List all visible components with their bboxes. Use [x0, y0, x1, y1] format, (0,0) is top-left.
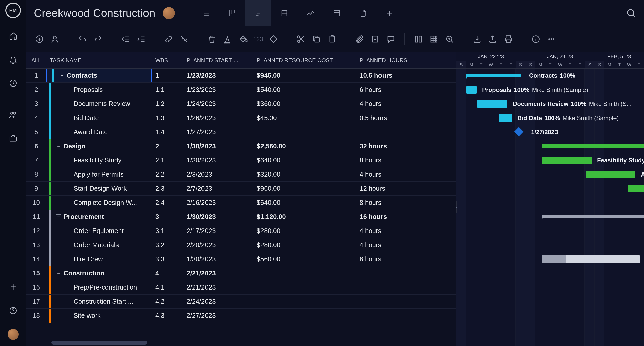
row-number[interactable]: 10 — [26, 196, 46, 210]
task-name-cell[interactable]: Feasibility Study — [46, 153, 152, 167]
home-icon[interactable] — [8, 30, 19, 41]
table-row[interactable]: 2Proposals1.11/23/2023$540.006 hours — [26, 83, 456, 97]
planned-cost-cell[interactable]: $640.00 — [253, 153, 356, 167]
row-number[interactable]: 18 — [26, 309, 46, 323]
gantt-row[interactable]: Apply f — [456, 167, 644, 182]
row-number[interactable]: 6 — [26, 139, 46, 153]
cut-icon[interactable] — [295, 34, 306, 45]
gantt-row[interactable]: Proposals100%Mike Smith (Sample) — [456, 83, 644, 97]
more-icon[interactable] — [546, 34, 557, 45]
row-number[interactable]: 14 — [26, 252, 46, 266]
planned-hours-cell[interactable]: 4 hours — [356, 238, 427, 252]
table-row[interactable]: 6−Design21/30/2023$2,560.0032 hours — [26, 139, 456, 153]
unlink-icon[interactable] — [179, 34, 190, 45]
copy-icon[interactable] — [311, 34, 322, 45]
planned-hours-cell[interactable]: 0.5 hours — [356, 111, 427, 125]
task-name-cell[interactable]: Apply for Permits — [46, 167, 152, 181]
planned-start-cell[interactable]: 1/23/2023 — [183, 69, 253, 82]
planned-start-cell[interactable]: 1/26/2023 — [183, 111, 253, 125]
app-logo[interactable]: PM — [5, 3, 21, 18]
board-view-tab[interactable] — [219, 0, 245, 26]
gantt-bar[interactable] — [466, 86, 477, 94]
task-name-cell[interactable]: Site work — [46, 309, 152, 323]
wbs-cell[interactable]: 3.2 — [152, 238, 183, 252]
table-row[interactable]: 3Documents Review1.21/24/2023$360.004 ho… — [26, 97, 456, 111]
file-view-tab[interactable] — [350, 0, 376, 26]
print-icon[interactable] — [503, 34, 514, 45]
row-number[interactable]: 11 — [26, 210, 46, 224]
table-row[interactable]: 13Order Materials3.22/20/2023$280.004 ho… — [26, 238, 456, 252]
collapse-icon[interactable]: − — [56, 271, 61, 276]
row-number[interactable]: 15 — [26, 266, 46, 280]
wbs-cell[interactable]: 4.1 — [152, 280, 183, 294]
row-number[interactable]: 2 — [26, 83, 46, 97]
gantt-row[interactable]: Hire — [456, 252, 644, 266]
paste-icon[interactable] — [327, 34, 338, 45]
horizontal-scrollbar[interactable] — [26, 339, 456, 346]
planned-cost-cell[interactable]: $640.00 — [253, 196, 356, 210]
header-planned-start[interactable]: PLANNED START ... — [183, 52, 253, 68]
gantt-row[interactable]: 1/27/2023 — [456, 125, 644, 139]
gantt-bar[interactable] — [542, 255, 640, 263]
add-task-icon[interactable] — [34, 34, 45, 45]
calendar-view-tab[interactable] — [324, 0, 350, 26]
planned-cost-cell[interactable] — [253, 309, 356, 323]
task-name-cell[interactable]: Bid Date — [46, 111, 152, 125]
notes-icon[interactable] — [370, 34, 381, 45]
task-name-cell[interactable]: Hire Crew — [46, 252, 152, 266]
wbs-cell[interactable]: 1 — [152, 69, 183, 82]
planned-start-cell[interactable]: 1/30/2023 — [183, 210, 253, 224]
planned-cost-cell[interactable]: $280.00 — [253, 238, 356, 252]
planned-start-cell[interactable]: 2/21/2023 — [183, 266, 253, 280]
table-row[interactable]: 12Order Equipment3.12/17/2023$280.004 ho… — [26, 224, 456, 238]
gantt-row[interactable]: Documents Review100%Mike Smith (S... — [456, 97, 644, 111]
table-row[interactable]: 4Bid Date1.31/26/2023$45.000.5 hours — [26, 111, 456, 125]
planned-hours-cell[interactable]: 6 hours — [356, 83, 427, 97]
planned-hours-cell[interactable] — [356, 309, 427, 323]
gantt-bar[interactable] — [542, 215, 644, 218]
collapse-icon[interactable]: − — [56, 144, 61, 149]
header-planned-hours[interactable]: PLANNED HOURS — [356, 52, 427, 68]
redo-icon[interactable] — [93, 34, 104, 45]
gantt-bar[interactable] — [477, 100, 507, 108]
planned-hours-cell[interactable] — [356, 280, 427, 294]
planned-start-cell[interactable]: 2/27/2023 — [183, 309, 253, 323]
collapse-icon[interactable]: − — [56, 214, 61, 219]
gantt-bar[interactable] — [586, 171, 635, 178]
briefcase-icon[interactable] — [8, 133, 19, 144]
planned-cost-cell[interactable]: $2,560.00 — [253, 139, 356, 153]
row-number[interactable]: 3 — [26, 97, 46, 111]
notifications-icon[interactable] — [8, 54, 19, 65]
search-icon[interactable] — [626, 8, 636, 18]
wbs-cell[interactable]: 1.4 — [152, 125, 183, 139]
workload-view-tab[interactable] — [298, 0, 324, 26]
gantt-milestone[interactable] — [513, 127, 524, 137]
table-row[interactable]: 17Construction Start ...4.22/24/2023 — [26, 295, 456, 309]
sheet-view-tab[interactable] — [271, 0, 298, 26]
wbs-cell[interactable]: 1.3 — [152, 111, 183, 125]
planned-cost-cell[interactable]: $320.00 — [253, 167, 356, 181]
wbs-cell[interactable]: 4 — [152, 266, 183, 280]
planned-hours-cell[interactable]: 8 hours — [356, 196, 427, 210]
gantt-row[interactable]: Bid Date100%Mike Smith (Sample) — [456, 111, 644, 125]
planned-hours-cell[interactable]: 32 hours — [356, 139, 427, 153]
gantt-bar[interactable] — [542, 157, 592, 164]
planned-hours-cell[interactable]: 4 hours — [356, 167, 427, 181]
table-row[interactable]: 15−Construction42/21/2023 — [26, 266, 456, 280]
grid-icon[interactable] — [428, 34, 440, 45]
wbs-cell[interactable]: 2.3 — [152, 182, 183, 195]
planned-start-cell[interactable]: 2/17/2023 — [183, 224, 253, 238]
planned-hours-cell[interactable] — [356, 125, 427, 139]
planned-start-cell[interactable]: 2/7/2023 — [183, 182, 253, 195]
planned-cost-cell[interactable]: $560.00 — [253, 252, 356, 266]
info-icon[interactable] — [530, 34, 541, 45]
help-icon[interactable] — [8, 305, 19, 316]
planned-cost-cell[interactable] — [253, 266, 356, 280]
add-icon[interactable] — [8, 281, 19, 293]
undo-icon[interactable] — [77, 34, 88, 45]
wbs-cell[interactable]: 4.3 — [152, 309, 183, 323]
planned-cost-cell[interactable] — [253, 295, 356, 308]
row-number[interactable]: 7 — [26, 153, 46, 167]
planned-hours-cell[interactable]: 4 hours — [356, 224, 427, 238]
planned-cost-cell[interactable] — [253, 280, 356, 294]
